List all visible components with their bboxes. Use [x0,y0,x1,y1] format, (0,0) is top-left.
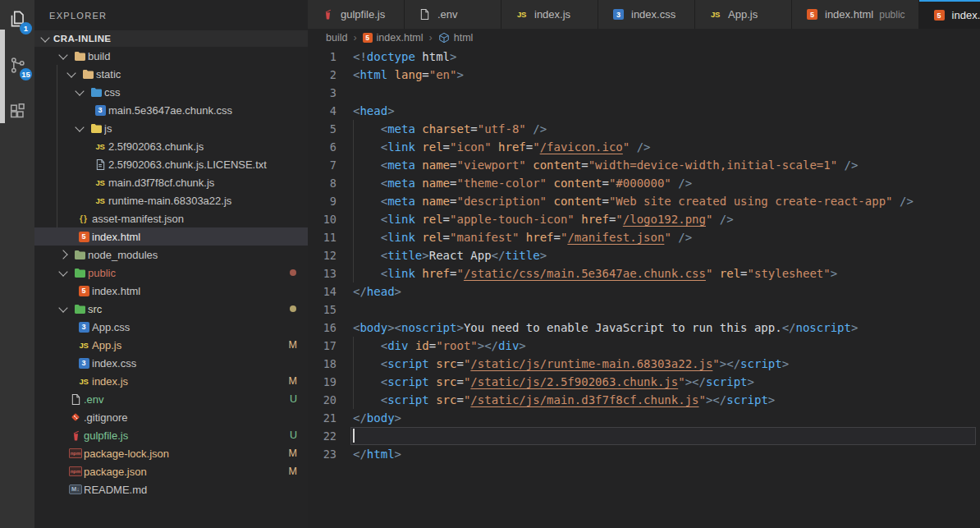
code-line[interactable]: 3 [308,84,980,102]
tree-item[interactable]: JSApp.jsM [34,336,308,354]
code-line[interactable]: 8 <meta name="theme-color" content="#000… [308,174,980,192]
code-line[interactable]: 11 <link rel="manifest" href="/manifest.… [308,228,980,246]
code-line[interactable]: 7 <meta name="viewport" content="width=d… [308,156,980,174]
tree-item[interactable]: 3App.css [34,318,308,336]
tree-item[interactable]: gulpfile.jsU [34,426,308,444]
tab-.env[interactable]: .env [405,0,501,29]
symbol-cube-icon [438,32,450,44]
code-editor[interactable]: 1<!doctype html>2<html lang="en">34<head… [308,47,980,528]
tree-item[interactable]: npmpackage.jsonM [34,462,308,480]
tab-index.html[interactable]: 5index.htmlpublic [792,0,919,29]
tree-item-label: 2.5f902063.chunk.js.LICENSE.txt [108,158,291,171]
tree-item[interactable]: .gitignore [34,408,308,426]
chevron-down-icon [58,267,67,276]
code-line[interactable]: 16<body><noscript>You need to enable Jav… [308,319,980,337]
tree-item[interactable]: src [34,300,308,318]
tab-index.css[interactable]: 3index.css [598,0,695,29]
tree-item[interactable]: public [34,264,308,282]
tree-item[interactable]: {}asset-manifest.json [34,209,308,227]
explorer-activity-button[interactable]: 1 [0,0,34,38]
source-control-activity-button[interactable]: 15 [0,46,34,84]
json-file-icon: {} [80,214,88,223]
code-line[interactable]: 6 <link rel="icon" href="/favicon.ico" /… [308,138,980,156]
breadcrumb-item[interactable]: 5index.html [363,32,424,44]
tree-item[interactable]: 2.5f902063.chunk.js.LICENSE.txt [34,155,308,173]
js-file-icon: JS [95,196,104,205]
tree-item[interactable]: JS2.5f902063.chunk.js [34,137,308,155]
tree-item[interactable]: .envU [34,390,308,408]
tree-item[interactable]: build [34,47,308,65]
chevron-down-icon [75,86,84,95]
tree-item[interactable]: js [34,119,308,137]
code-line[interactable]: 22 [308,427,980,445]
tree-item-label: build [88,50,135,62]
js-file-icon: JS [517,10,526,19]
code-line[interactable]: 21</body> [308,409,980,427]
code-line[interactable]: 5 <meta charset="utf-8" /> [308,120,980,138]
code-line[interactable]: 19 <script src="/static/js/2.5f902063.ch… [308,373,980,391]
tree-item[interactable]: JSindex.jsM [34,372,308,390]
tree-item[interactable]: 3main.5e3647ae.chunk.css [34,101,308,119]
tree-item[interactable]: npmpackage-lock.jsonM [34,444,308,462]
tree-item[interactable]: 5index.html [34,227,308,246]
git-status-badge: M [289,339,297,351]
code-line[interactable]: 18 <script src="/static/js/runtime-main.… [308,355,980,373]
tree-item-label: package.json [84,466,172,478]
text-cursor [353,429,355,443]
tree-item-label: 2.5f902063.chunk.js [108,140,228,153]
editor-area: gulpfile.js.envJSindex.js3index.cssJSApp… [308,0,980,528]
line-number: 16 [308,319,353,337]
activity-bar: 1 15 [0,0,34,528]
code-line[interactable]: 15 [308,301,980,319]
tab-index.js[interactable]: JSindex.js [501,0,598,29]
code-line[interactable]: 17 <div id="root"></div> [308,337,980,355]
tree-item[interactable]: 5index.html [34,282,308,300]
npm-file-icon: npm [69,466,83,476]
scm-badge: 15 [20,68,32,80]
code-line[interactable]: 4<head> [308,102,980,120]
folder-icon [74,304,86,315]
line-number: 19 [308,373,353,391]
code-line[interactable]: 14</head> [308,282,980,301]
line-number: 1 [308,48,353,66]
tree-item-label: .env [84,393,129,406]
tree-item[interactable]: JSmain.d3f7f8cf.chunk.js [34,173,308,191]
code-line[interactable]: 20 <script src="/static/js/main.d3f7f8cf… [308,391,980,409]
line-number: 22 [308,427,353,445]
breadcrumb-item[interactable]: html [438,32,474,44]
gulp-file-icon [323,8,333,21]
css-file-icon: 3 [613,9,624,20]
tree-item[interactable]: JSruntime-main.68303a22.js [34,191,308,209]
folder-icon [74,51,86,62]
code-line[interactable]: 12 <title>React App</title> [308,246,980,264]
folder-section-header[interactable]: CRA-INLINE [34,30,308,47]
line-number: 23 [308,445,353,463]
code-line[interactable]: 1<!doctype html> [308,48,980,66]
line-number: 15 [308,301,353,319]
tab-label: index.html [825,8,873,21]
tree-item[interactable]: node_modules [34,246,308,264]
section-label: CRA-INLINE [53,34,111,44]
chevron-down-icon [66,68,76,77]
tab-label: App.js [728,8,758,21]
tree-item[interactable]: M↓README.md [34,480,308,498]
folder-icon [82,69,94,80]
folder-icon [74,250,86,260]
code-line[interactable]: 10 <link rel="apple-touch-icon" href="/l… [308,210,980,228]
chevron-right-icon [58,250,67,259]
tree-item[interactable]: css [34,83,308,101]
code-line[interactable]: 9 <meta name="description" content="Web … [308,192,980,210]
code-line[interactable]: 23</html> [308,445,980,463]
tree-item[interactable]: static [34,65,308,83]
breadcrumb-item[interactable]: build [326,32,347,44]
tree-item[interactable]: 3index.css [34,354,308,372]
code-line[interactable]: 2<html lang="en"> [308,66,980,84]
html-file-icon: 5 [79,232,89,242]
line-number: 12 [308,246,353,264]
tab-gulpfile.js[interactable]: gulpfile.js [308,0,405,29]
tab-App.js[interactable]: JSApp.js [695,0,792,29]
extensions-activity-button[interactable] [0,92,34,130]
code-line[interactable]: 13 <link href="/static/css/main.5e3647ae… [308,264,980,282]
breadcrumb: build›5index.html›html [308,29,980,47]
tab-index.html[interactable]: 5index.html [919,0,980,29]
